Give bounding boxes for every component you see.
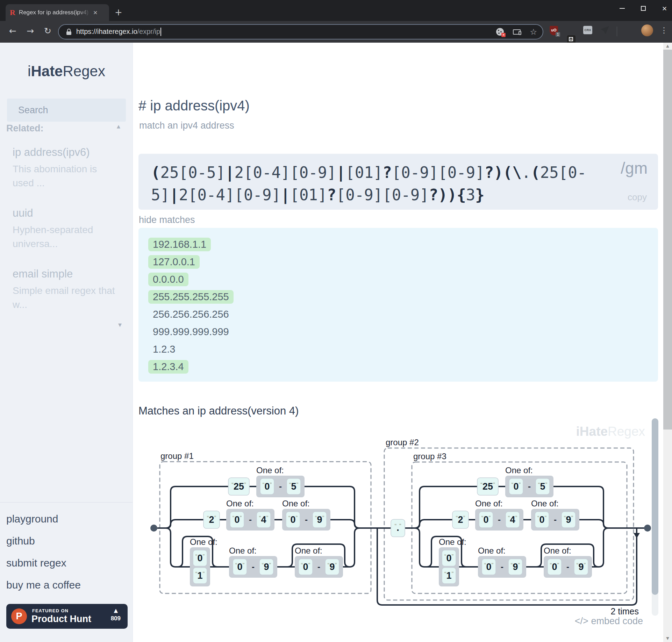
related-list: ip address(ipv6)This abomination is used… [13,146,117,329]
match-row: 256.256.256.256 [148,305,648,323]
regex-box[interactable]: (25[0-5]|2[0-4][0-9]|[01]?[0-9][0-9]?)(\… [138,154,658,210]
railroad-diagram[interactable]: iHateRegex group #1 group #2 group #3 “2… [138,418,661,629]
main-content: # ip address(ipv4) match an ipv4 address… [133,43,663,642]
match-row: 192.168.1.1 [148,236,648,253]
ublock-extension-icon[interactable]: uO 1 [550,26,558,35]
match-row: 0.0.0.0 [148,270,648,288]
send-to-devices-icon[interactable] [513,29,521,35]
featured-on-label: FEATURED ON [32,608,69,613]
site-logo[interactable]: iHateRegex [0,63,133,80]
new-tab-button[interactable]: + [115,8,122,17]
match-list[interactable]: 192.168.1.1127.0.0.10.0.0.0255.255.255.2… [138,228,658,382]
favicon-icon: R [10,8,15,17]
related-item-title[interactable]: ip address(ipv6) [13,146,117,159]
related-item-title[interactable]: uuid [13,207,117,219]
svg-text:One of:: One of: [226,499,254,508]
match-value: 1.2.3 [148,342,180,356]
scroll-up-icon[interactable]: ▲ [117,124,120,129]
diagram-scrollbar-thumb[interactable] [652,418,658,595]
page-title: # ip address(ipv4) [138,98,250,114]
related-item[interactable]: email simpleSimple email regex that w... [13,268,117,312]
embed-code-link[interactable]: </> embed code [575,616,643,627]
code-icon: </> [575,616,588,626]
repeat-count-label: 2 times [610,606,639,616]
match-row: 1.2.3 [148,340,648,358]
loop-direction-arrow-icon [634,533,640,538]
profile-avatar[interactable] [641,24,653,36]
plane-extension-icon[interactable] [601,26,609,34]
sidebar: iHateRegex Related: ▲ ip address(ipv6)Th… [0,43,133,642]
lock-icon[interactable] [66,29,71,35]
related-item-desc: This abomination is used ... [13,162,117,190]
hide-matches-link[interactable]: hide matches [139,215,195,225]
svg-text:-: - [249,515,252,524]
upvote-count: 809 [111,615,121,622]
svg-text:-: - [317,562,320,571]
svg-text:One of:: One of: [282,499,310,508]
reload-button[interactable]: ↻ [44,26,51,36]
sidebar-link[interactable]: playground [6,513,81,525]
text-caret [160,28,161,36]
match-value: 192.168.1.1 [148,238,211,251]
crx-extension-icon[interactable]: CRX [583,26,592,34]
page-scrollbar-thumb[interactable] [663,50,672,430]
window-maximize-icon[interactable] [641,6,646,11]
diagram-scrollbar[interactable] [652,418,658,616]
sidebar-link[interactable]: submit regex [6,557,81,569]
browser-toolbar: ← → ↻ https://ihateregex.io/expr/ip ✕ ☆ … [0,21,672,43]
bookmark-star-icon[interactable]: ☆ [530,27,537,36]
search-input[interactable] [7,99,126,122]
scrollbar-up-icon[interactable]: ▲ [663,43,672,50]
end-node [644,525,651,532]
svg-text:“25”: “25” [231,481,246,492]
svg-text:One of:: One of: [295,546,322,555]
diagram-watermark: iHateRegex [576,424,645,439]
related-label: Related: [6,123,44,134]
sidebar-link[interactable]: buy me a coffee [6,579,81,591]
svg-text:One of:: One of: [190,537,217,547]
group2-label: group #2 [386,438,419,447]
scrollbar-down-icon[interactable]: ▼ [663,635,672,642]
upvote-icon: ▲ [114,607,118,614]
tab-close-icon[interactable]: ✕ [93,9,98,16]
group1-label: group #1 [160,451,194,461]
svg-text:-: - [279,482,282,491]
browser-menu-icon[interactable]: ⋮ [660,26,668,35]
regex-pattern[interactable]: (25[0-5]|2[0-4][0-9]|[01]?[0-9][0-9]?)(\… [151,161,590,206]
related-item-desc: Simple email regex that w... [13,284,117,312]
copy-button[interactable]: copy [628,192,647,203]
page-subtitle: match an ipv4 address [139,120,234,131]
ublock-badge: 1 [556,32,560,37]
back-button[interactable]: ← [9,26,16,36]
sidebar-link[interactable]: github [6,535,81,547]
window-close-icon[interactable]: ✕ [662,5,667,12]
product-hunt-badge[interactable]: P FEATURED ON Product Hunt ▲ 809 [6,604,128,629]
sidebar-links: playgroundgithubsubmit regexbuy me a cof… [6,513,81,601]
url-bar[interactable]: https://ihateregex.io/expr/ip ✕ ☆ [58,24,543,39]
svg-text:One of:: One of: [229,546,257,555]
window-minimize-icon[interactable] [620,8,625,9]
related-item-title[interactable]: email simple [13,268,117,280]
product-hunt-label: Product Hunt [31,614,91,625]
related-item-desc: Hyphen-separated universa... [13,223,117,251]
group3-label: group #3 [413,452,446,461]
match-row: 999.999.999.999 [148,323,648,340]
match-value: 256.256.256.256 [148,308,234,321]
forward-button[interactable]: → [27,26,34,36]
svg-text:-: - [305,515,308,524]
regex-flags: /gm [621,159,648,178]
match-value: 255.255.255.255 [148,290,234,304]
url-text[interactable]: https://ihateregex.io/expr/ip [76,28,161,36]
cookie-blocked-icon[interactable]: ✕ [496,28,504,36]
sidebar-bottom: playgroundgithubsubmit regexbuy me a cof… [0,502,133,642]
related-item[interactable]: uuidHyphen-separated universa... [13,207,117,251]
section-title: Matches an ip address(version 4) [138,405,299,417]
tab-title: Regex for ip address(ipv4) - iHate [19,9,91,16]
product-hunt-logo-icon: P [11,608,27,624]
page-scrollbar[interactable]: ▲ ▼ [663,43,672,642]
related-item[interactable]: ip address(ipv6)This abomination is used… [13,146,117,190]
scroll-down-icon[interactable]: ▼ [118,322,122,327]
browser-tab[interactable]: R Regex for ip address(ipv4) - iHate ✕ [6,4,109,21]
match-value: 0.0.0.0 [148,273,188,286]
match-value: 999.999.999.999 [148,325,234,339]
